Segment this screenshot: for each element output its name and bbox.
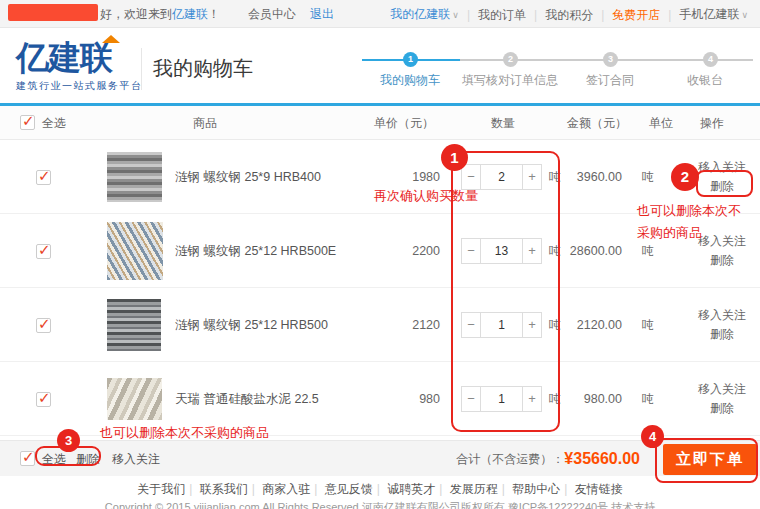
increase-button[interactable]: +: [523, 239, 541, 263]
quantity-input[interactable]: [480, 165, 523, 189]
footer-link-help[interactable]: 帮助中心: [512, 482, 560, 496]
mobile-yijianlian-link[interactable]: 手机亿建联∨: [679, 0, 748, 29]
place-order-button[interactable]: 立即下单: [663, 444, 757, 475]
logo-text: 亿建联: [16, 40, 143, 76]
row-checkbox[interactable]: ✓: [36, 318, 51, 333]
col-quantity: 数量: [463, 106, 543, 140]
welcome-bang: ！: [208, 7, 220, 21]
move-to-follow-link[interactable]: 移入关注: [690, 306, 754, 325]
delete-link[interactable]: 删除: [690, 399, 754, 418]
row-unit: 吨: [628, 168, 668, 185]
checkout-steps: 1 2 3 4 我的购物车 填写核对订单信息 签订合同 收银台: [345, 38, 758, 93]
move-to-follow-link[interactable]: 移入关注: [690, 158, 754, 177]
footer-link-history[interactable]: 发展历程: [450, 482, 498, 496]
delete-link[interactable]: 删除: [690, 251, 754, 270]
unit-price: 2200: [370, 244, 440, 258]
quantity-input[interactable]: [480, 387, 523, 411]
product-name-link[interactable]: 涟钢 螺纹钢 25*12 HRB500: [175, 316, 328, 333]
move-selected-to-follow-link[interactable]: 移入关注: [112, 441, 160, 477]
quantity-input[interactable]: [480, 239, 523, 263]
page-title: 我的购物车: [153, 55, 253, 82]
cart-row: ✓ 涟钢 螺纹钢 25*9 HRB400 1980 − + 吨 3960.00 …: [0, 140, 760, 214]
separator: |: [189, 482, 192, 496]
welcome-text: 好，欢迎来到亿建联！: [100, 0, 220, 28]
delete-link[interactable]: 删除: [690, 177, 754, 196]
my-yijianlian-link[interactable]: 我的亿建联∨: [390, 0, 459, 29]
row-checkbox[interactable]: ✓: [36, 170, 51, 185]
row-unit: 吨: [628, 390, 668, 407]
username-redaction: [8, 4, 98, 21]
copyright-text: Copyright © 2015 yijianlian.com All Righ…: [0, 500, 760, 509]
row-unit: 吨: [628, 316, 668, 333]
select-all-checkbox[interactable]: ✓: [20, 115, 35, 130]
select-all-link[interactable]: 全选: [42, 441, 66, 477]
decrease-button[interactable]: −: [462, 239, 480, 263]
row-checkbox[interactable]: ✓: [36, 244, 51, 259]
step-1-circle: 1: [403, 52, 418, 67]
quantity-stepper[interactable]: − +: [461, 312, 542, 338]
footer-link-merchant[interactable]: 商家入驻: [262, 482, 310, 496]
separator: |: [377, 482, 380, 496]
step-4-circle: 4: [703, 52, 718, 67]
separator: |: [314, 482, 317, 496]
increase-button[interactable]: +: [523, 313, 541, 337]
logout-link[interactable]: 退出: [310, 0, 334, 28]
unit-price: 2120: [370, 318, 440, 332]
footer-link-friends[interactable]: 友情链接: [575, 482, 623, 496]
increase-button[interactable]: +: [523, 387, 541, 411]
quantity-input[interactable]: [480, 313, 523, 337]
quantity-stepper[interactable]: − +: [461, 386, 542, 412]
separator: |: [601, 1, 604, 29]
topbar-right-nav: 我的亿建联∨ | 我的订单 | 我的积分 | 免费开店 | 手机亿建联∨: [390, 0, 748, 29]
check-icon: ✓: [38, 241, 51, 259]
row-actions: 移入关注 删除: [690, 380, 754, 418]
product-name-link[interactable]: 涟钢 螺纹钢 25*9 HRB400: [175, 168, 321, 185]
site-logo[interactable]: 亿建联 建筑行业一站式服务平台: [16, 40, 143, 93]
col-product: 商品: [193, 106, 217, 140]
cart-row: ✓ 天瑞 普通硅酸盐水泥 22.5 980 − + 吨 980.00 吨 移入关…: [0, 362, 760, 436]
shopping-cart-page: 好，欢迎来到亿建联！ 会员中心 退出 我的亿建联∨ | 我的订单 | 我的积分 …: [0, 0, 760, 509]
increase-button[interactable]: +: [523, 165, 541, 189]
row-amount: 980.00: [552, 392, 622, 406]
chevron-down-icon: ∨: [452, 10, 459, 20]
delete-link[interactable]: 删除: [690, 325, 754, 344]
footer-link-about[interactable]: 关于我们: [137, 482, 185, 496]
cart-total: 合计（不含运费）： ¥35660.00: [456, 441, 640, 477]
chevron-down-icon: ∨: [741, 10, 748, 20]
select-all-checkbox-bottom[interactable]: ✓: [20, 451, 35, 466]
roof-icon: [102, 35, 120, 43]
my-orders-link[interactable]: 我的订单: [478, 1, 526, 29]
footer-links: 关于我们| 联系我们| 商家入驻| 意见反馈| 诚聘英才| 发展历程| 帮助中心…: [0, 481, 760, 498]
free-shop-link[interactable]: 免费开店: [612, 1, 660, 29]
select-all-label: 全选: [42, 106, 66, 140]
check-icon: ✓: [22, 112, 35, 130]
delete-selected-link[interactable]: 删除: [76, 441, 100, 477]
product-image[interactable]: [107, 152, 162, 202]
move-to-follow-link[interactable]: 移入关注: [690, 232, 754, 251]
product-image[interactable]: [107, 299, 161, 351]
product-name-link[interactable]: 涟钢 螺纹钢 25*12 HRB500E: [175, 242, 336, 259]
check-icon: ✓: [22, 448, 35, 466]
decrease-button[interactable]: −: [462, 313, 480, 337]
step-2-circle: 2: [503, 52, 518, 67]
my-points-link[interactable]: 我的积分: [545, 1, 593, 29]
product-image[interactable]: [107, 378, 162, 420]
move-to-follow-link[interactable]: 移入关注: [690, 380, 754, 399]
row-amount: 2120.00: [552, 318, 622, 332]
row-checkbox[interactable]: ✓: [36, 392, 51, 407]
decrease-button[interactable]: −: [462, 387, 480, 411]
col-amount: 金额（元）: [557, 106, 637, 140]
quantity-stepper[interactable]: − +: [461, 238, 542, 264]
row-amount: 28600.00: [552, 244, 622, 258]
quantity-stepper[interactable]: − +: [461, 164, 542, 190]
separator: |: [252, 482, 255, 496]
check-icon: ✓: [38, 315, 51, 333]
member-center-link[interactable]: 会员中心: [248, 0, 296, 28]
welcome-brand: 亿建联: [172, 7, 208, 21]
product-image[interactable]: [107, 222, 163, 280]
footer-link-contact[interactable]: 联系我们: [200, 482, 248, 496]
footer-link-jobs[interactable]: 诚聘英才: [387, 482, 435, 496]
footer-link-feedback[interactable]: 意见反馈: [325, 482, 373, 496]
decrease-button[interactable]: −: [462, 165, 480, 189]
product-name-link[interactable]: 天瑞 普通硅酸盐水泥 22.5: [175, 390, 319, 407]
